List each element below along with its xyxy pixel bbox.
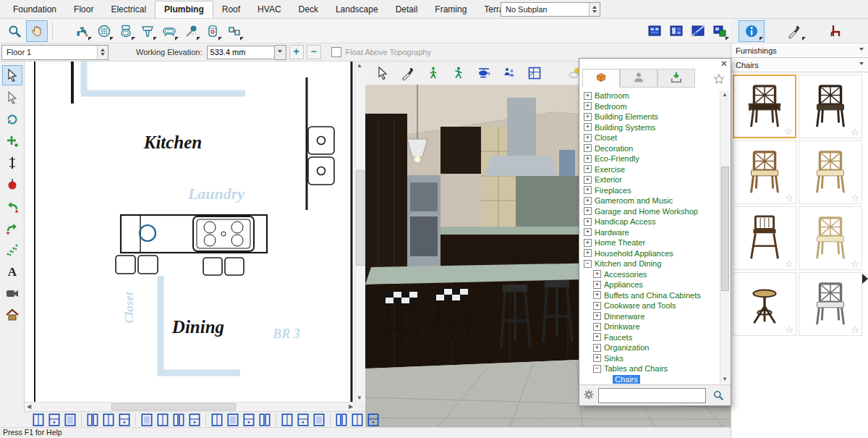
subcategory-select[interactable]: Chairs [731,58,868,72]
expand-box-icon[interactable]: + [584,155,592,163]
expand-box-icon[interactable]: + [584,113,592,121]
expand-box-icon[interactable]: + [584,165,592,173]
walkthrough-camera-tool[interactable] [3,284,22,303]
expand-box-icon[interactable]: + [584,134,592,142]
elevation-up-button[interactable]: + [289,45,304,59]
tree-item[interactable]: +Fireplaces [581,185,720,196]
elevation-down-button[interactable]: − [307,45,321,59]
tab-framing[interactable]: Framing [426,1,475,18]
tree-item[interactable]: Chairs [581,374,720,384]
panel-scroll-indicator[interactable] [862,274,868,284]
tree-item[interactable]: +Decoration [581,143,720,154]
close-icon[interactable]: ✕ [720,59,728,69]
expand-box-icon[interactable]: + [593,302,601,310]
pan-tool[interactable] [26,20,48,42]
float-above-topography-checkbox[interactable] [331,47,341,57]
expand-box-icon[interactable]: + [593,323,601,331]
floor-plan-drawing[interactable]: Kitchen Laundry Closet Dining BR 3 [25,62,354,402]
favorite-star-icon[interactable]: ☆ [785,324,793,335]
elevation-view-button[interactable] [666,21,686,41]
tree-item[interactable]: +Dinnerware [581,311,720,322]
expand-box-icon[interactable]: + [593,344,601,352]
tree-item[interactable]: +Accessories [581,269,720,280]
expand-box-icon[interactable]: + [584,176,592,184]
tree-item[interactable]: +Buffets and China Cabinets [581,290,720,301]
cream-lattice-side-chair[interactable]: ☆ [799,206,862,270]
people-content-tab[interactable] [620,69,658,88]
dark-lattice-armchair[interactable]: ☆ [733,75,796,138]
tree-item[interactable]: +Exterior [581,174,720,185]
pedestal-sink-tool[interactable] [137,21,158,41]
place-point-tool[interactable] [3,132,22,151]
rotate-tool[interactable] [3,110,22,129]
library-browser-tab[interactable] [582,69,620,88]
tree-item[interactable]: −Tables and Chairs [581,363,720,374]
expand-box-icon[interactable]: + [584,239,592,247]
tree-item[interactable]: +Home Theater [581,237,720,248]
tree-item[interactable]: +Appliances [581,279,720,290]
dark-swivel-stool[interactable]: ☆ [733,272,796,336]
fly-over-tool[interactable] [475,64,493,83]
zoom-tool[interactable] [4,21,25,41]
floor-plan-view[interactable]: Kitchen Laundry Closet Dining BR 3 ▲ ▼ ◀… [25,62,365,411]
tree-item[interactable]: +Eco-Friendly [581,153,720,164]
plan-view-button[interactable] [644,21,665,41]
expand-box-icon[interactable]: + [584,186,592,194]
favorite-star-icon[interactable]: ☆ [851,193,859,203]
floor-select[interactable]: Floor 1 [1,45,109,60]
tree-scroll-thumb[interactable] [721,167,729,291]
favorite-star-icon[interactable]: ☆ [785,258,793,269]
gray-lattice-side-chair[interactable]: ☆ [799,272,862,336]
scroll-up-arrow[interactable]: ▲ [355,62,364,70]
tree-item[interactable]: +Organization [581,342,720,353]
expand-box-icon[interactable]: + [593,291,601,299]
expand-box-icon[interactable]: + [584,102,592,110]
floor-select-spinner[interactable] [97,46,108,59]
object-painter-button[interactable] [782,21,807,41]
marker-tool[interactable] [3,175,22,194]
tree-item[interactable]: −Kitchen and Dining [581,258,720,269]
expand-box-icon[interactable]: + [593,270,601,278]
library-info-button[interactable] [739,20,765,42]
plan-overview-tool[interactable] [525,64,544,83]
redo-button[interactable] [3,219,22,237]
collapse-box-icon[interactable]: − [584,260,592,268]
tree-item[interactable]: +Closet [581,132,720,143]
toilet-tool[interactable] [116,21,136,41]
water-heater-tool[interactable] [203,21,223,41]
import-content-tab[interactable] [658,69,695,88]
tab-roof[interactable]: Roof [213,1,249,18]
select-similar-tool[interactable] [3,88,22,107]
favorite-star-icon[interactable]: ☆ [785,193,793,203]
collapse-box-icon[interactable]: − [593,365,601,373]
tab-foundation[interactable]: Foundation [4,1,65,18]
subplan-select[interactable]: No Subplan [501,2,600,17]
expand-box-icon[interactable]: + [584,249,592,257]
spray-painter-tool[interactable] [399,64,417,83]
favorite-star-icon[interactable]: ☆ [851,127,859,138]
dark-wood-highchair[interactable]: ☆ [733,206,796,270]
expand-box-icon[interactable]: + [584,218,592,226]
tree-item[interactable]: +Household Appliances [581,248,720,259]
tab-deck[interactable]: Deck [290,1,327,18]
expand-box-icon[interactable]: + [593,281,601,289]
favorite-star-icon[interactable]: ☆ [851,324,859,335]
tree-item[interactable]: +Building Systems [581,122,720,133]
view-options-button[interactable] [710,21,730,41]
light-wood-side-chair[interactable]: ☆ [799,140,862,204]
shower-head-tool[interactable] [181,21,201,41]
category-select[interactable]: Furnishings [731,43,868,58]
text-tool[interactable]: A [3,262,22,281]
plan-vertical-scrollbar[interactable]: ▲ ▼ [354,62,365,403]
tree-item[interactable]: +Drinkware [581,321,720,332]
library-search-button[interactable] [710,388,727,403]
expand-box-icon[interactable]: + [584,207,592,215]
tree-item[interactable]: +Exercise [581,164,720,175]
tree-item[interactable]: +Sinks [581,353,720,364]
favorites-tab[interactable] [710,70,728,88]
vertical-scroll-thumb[interactable] [356,170,365,266]
tab-plumbing[interactable]: Plumbing [155,1,213,18]
walk-view-tool[interactable] [424,64,443,83]
scroll-up-arrow[interactable]: ▲ [720,90,729,99]
tree-item[interactable]: +Hardware [581,227,720,238]
